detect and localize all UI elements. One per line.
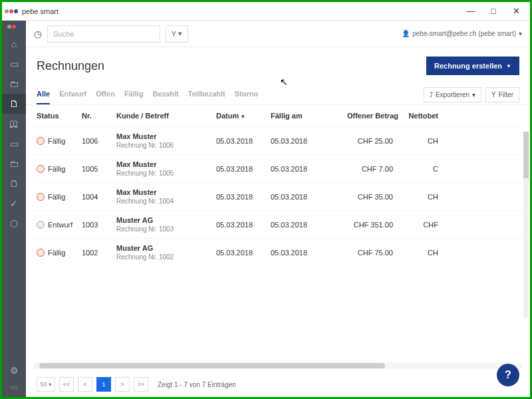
table-header: Status Nr. Kunde / Betreff Datum▼ Fällig…: [34, 105, 522, 126]
filter-button[interactable]: Y Filter: [485, 87, 519, 102]
sidebar-calendar-icon[interactable]: 🗀: [2, 154, 26, 174]
maximize-button[interactable]: □: [482, 2, 505, 21]
search-filter-dropdown[interactable]: Y▾: [166, 25, 188, 43]
table-container: Status Nr. Kunde / Betreff Datum▼ Fällig…: [26, 105, 530, 360]
cell-datum: 05.03.2018: [216, 249, 271, 257]
user-label: pebe-smart@pebe.ch (pebe smart): [412, 30, 516, 37]
page-last-button[interactable]: >>: [134, 377, 148, 392]
col-datum[interactable]: Datum▼: [216, 112, 271, 120]
status-text: Fällig: [48, 249, 65, 257]
cell-netto: CHF: [398, 221, 438, 229]
cell-nr: 1004: [82, 193, 116, 201]
cell-faellig: 05.03.2018: [271, 165, 325, 173]
filter-label: Filter: [499, 91, 513, 98]
user-icon: 👤: [402, 30, 410, 37]
table-row[interactable]: Fällig1006Max MusterRechnung Nr. 100605.…: [34, 126, 522, 154]
table-row[interactable]: Fällig1004Max MusterRechnung Nr. 100405.…: [34, 182, 522, 210]
status-dot-icon: [37, 193, 45, 201]
tab-fällig[interactable]: Fällig: [124, 84, 144, 104]
create-invoice-label: Rechnung erstellen: [434, 62, 502, 70]
status-dot-icon: [37, 137, 45, 145]
chevron-down-icon: ▾: [519, 30, 522, 37]
user-menu[interactable]: 👤 pebe-smart@pebe.ch (pebe smart) ▾: [402, 30, 522, 37]
vertical-scrollbar[interactable]: [523, 132, 529, 318]
cell-faellig: 05.03.2018: [271, 193, 325, 201]
sidebar: ⌂ ▭ 🗀 🗋 🕮 ▭ 🗀 🗋 ✓ ⬡ ⚙ VO: [2, 21, 26, 397]
tabs-row: AlleEntwurfOffenFälligBezahltTeilbezahlt…: [26, 84, 530, 105]
col-status[interactable]: Status: [37, 112, 82, 120]
cell-kunde: Max MusterRechnung Nr. 1004: [116, 188, 216, 205]
status-text: Fällig: [48, 193, 65, 201]
tab-teilbezahlt[interactable]: Teilbezahlt: [188, 84, 225, 104]
cell-offen: CHF 351.00: [325, 221, 398, 229]
cell-offen: CHF 25.00: [325, 137, 398, 145]
cell-nr: 1002: [82, 249, 116, 257]
sidebar-contacts-icon[interactable]: ▭: [2, 54, 26, 74]
status-dot-icon: [37, 221, 45, 229]
sidebar-document-icon[interactable]: 🗋: [2, 94, 26, 114]
sidebar-settings-icon[interactable]: ⚙: [2, 360, 26, 380]
tab-alle[interactable]: Alle: [37, 84, 50, 104]
table-row[interactable]: Entwurf1003Muster AGRechnung Nr. 100305.…: [34, 210, 522, 238]
col-kunde[interactable]: Kunde / Betreff: [116, 112, 216, 120]
status-dot-icon: [37, 249, 45, 257]
sidebar-cube-icon[interactable]: ⬡: [2, 213, 26, 233]
page-prev-button[interactable]: <: [78, 377, 92, 392]
window-title: pebe smart: [22, 7, 59, 15]
cell-offen: CHF 35.00: [325, 193, 398, 201]
tab-entwurf[interactable]: Entwurf: [59, 84, 86, 104]
cell-datum: 05.03.2018: [216, 165, 271, 173]
cell-nr: 1005: [82, 165, 116, 173]
tab-offen[interactable]: Offen: [96, 84, 115, 104]
titlebar: pebe smart — □ ✕: [2, 2, 530, 21]
close-button[interactable]: ✕: [505, 2, 527, 21]
cell-datum: 05.03.2018: [216, 221, 271, 229]
sidebar-folder-icon[interactable]: 🗀: [2, 74, 26, 94]
cell-faellig: 05.03.2018: [271, 137, 325, 145]
filter-icon: Y: [491, 91, 496, 98]
app-logo-icon: [5, 9, 18, 13]
tab-bezahlt[interactable]: Bezahlt: [153, 84, 179, 104]
help-button[interactable]: ?: [497, 364, 519, 386]
page-first-button[interactable]: <<: [59, 377, 74, 392]
cell-netto: CH: [398, 249, 438, 257]
col-netto[interactable]: Nettobet: [398, 112, 438, 120]
chevron-down-icon: ▼: [506, 63, 511, 69]
search-input[interactable]: Suche: [47, 25, 160, 43]
sidebar-check-icon[interactable]: ✓: [2, 194, 26, 213]
history-icon[interactable]: ◷: [34, 29, 42, 39]
tab-storno[interactable]: Storno: [235, 84, 258, 104]
horizontal-scrollbar[interactable]: [34, 362, 522, 369]
col-nr[interactable]: Nr.: [82, 112, 116, 120]
page-current[interactable]: 1: [96, 377, 111, 392]
topbar: ◷ Suche Y▾ 👤 pebe-smart@pebe.ch (pebe sm…: [26, 21, 530, 47]
sidebar-dashboard-icon[interactable]: ⌂: [2, 34, 26, 54]
status-text: Fällig: [48, 165, 65, 173]
create-invoice-button[interactable]: Rechnung erstellen ▼: [426, 57, 519, 75]
cell-kunde: Muster AGRechnung Nr. 1002: [116, 244, 216, 261]
cell-kunde: Max MusterRechnung Nr. 1006: [116, 132, 216, 149]
table-row[interactable]: Fällig1005Max MusterRechnung Nr. 100505.…: [34, 154, 522, 182]
cell-offen: CHF 75.00: [325, 249, 398, 257]
status-text: Fällig: [48, 137, 65, 145]
cell-faellig: 05.03.2018: [271, 221, 325, 229]
status-dot-icon: [37, 165, 45, 173]
minimize-button[interactable]: —: [460, 2, 482, 21]
sidebar-receipt-icon[interactable]: 🗋: [2, 174, 26, 194]
sidebar-card-icon[interactable]: ▭: [2, 134, 26, 154]
cell-nr: 1006: [82, 137, 116, 145]
cell-netto: C: [398, 165, 438, 173]
caret-down-icon: ▾: [472, 91, 475, 98]
cell-faellig: 05.03.2018: [271, 249, 325, 257]
cell-datum: 05.03.2018: [216, 137, 271, 145]
page-size-select[interactable]: 50▾: [37, 377, 55, 392]
col-offen[interactable]: Offener Betrag: [325, 112, 398, 120]
cell-datum: 05.03.2018: [216, 193, 271, 201]
export-button[interactable]: ⤴ Exportieren ▾: [424, 87, 481, 102]
page-header: Rechnungen Rechnung erstellen ▼: [26, 47, 530, 84]
page-next-button[interactable]: >: [115, 377, 130, 392]
sidebar-bookmark-icon[interactable]: 🕮: [2, 114, 26, 134]
col-faellig[interactable]: Fällig am: [271, 112, 325, 120]
table-row[interactable]: Fällig1002Muster AGRechnung Nr. 100205.0…: [34, 238, 522, 266]
export-icon: ⤴: [430, 91, 433, 98]
